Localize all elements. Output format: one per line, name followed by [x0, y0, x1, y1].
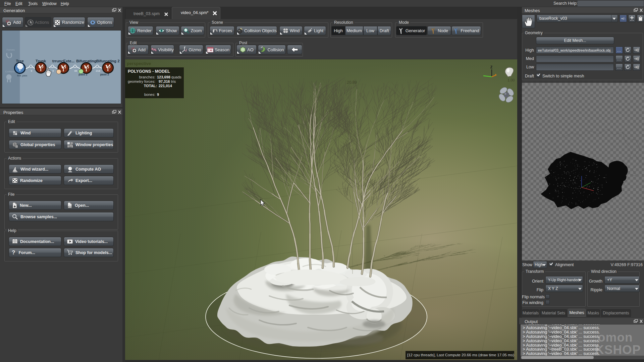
- svg-text:44: 44: [74, 69, 77, 72]
- svg-text:Collision: Collision: [5, 70, 15, 73]
- svg-text:POLYGONS - MODEL: POLYGONS - MODEL: [128, 69, 170, 74]
- svg-text:[12 cpu threads], Last Compute: [12 cpu threads], Last Compute 20.66 ms …: [407, 353, 514, 357]
- svg-text:123,698 quads: 123,698 quads: [157, 75, 181, 79]
- svg-text:geometry forces:: geometry forces:: [128, 79, 155, 83]
- svg-text:Forces: Forces: [7, 48, 15, 51]
- svg-text:Z: Z: [490, 65, 492, 69]
- svg-text:218: 218: [96, 69, 100, 72]
- svg-text:221,014: 221,014: [159, 84, 172, 88]
- svg-text:1.00: 1.00: [507, 78, 515, 82]
- svg-text:bones:: bones:: [144, 93, 155, 97]
- svg-text:9: 9: [157, 93, 159, 97]
- svg-text:97,316 tris: 97,316 tris: [159, 79, 176, 83]
- svg-text:20.89: 20.89: [347, 80, 357, 85]
- svg-text:9: 9: [31, 69, 33, 72]
- svg-text:branches:: branches:: [139, 75, 155, 79]
- svg-text:perspective: perspective: [127, 61, 151, 66]
- svg-text:9: 9: [52, 69, 54, 72]
- svg-text:TOTAL:: TOTAL:: [144, 84, 157, 88]
- svg-text:first_pass: first_pass: [17, 74, 28, 77]
